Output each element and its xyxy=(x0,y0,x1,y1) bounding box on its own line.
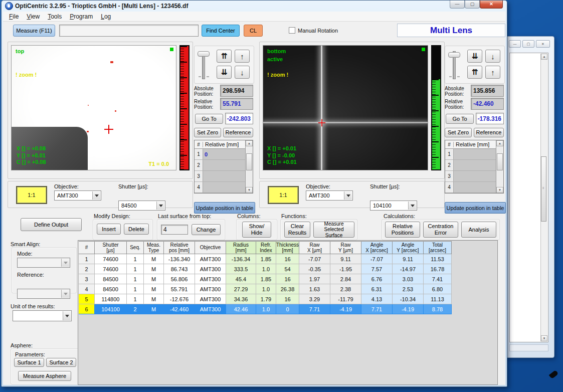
last-surface-field[interactable]: 4 xyxy=(161,225,188,235)
scale-1-1-button[interactable]: 1:1 xyxy=(268,186,299,204)
slider-handle[interactable] xyxy=(448,52,460,58)
left-camera-view[interactable]: top ! zoom ! X [] = +0.08 Y [] = +0.01 C… xyxy=(11,45,176,170)
delete-button[interactable]: Delete xyxy=(124,224,149,235)
dropdown-arrow-icon[interactable] xyxy=(61,259,69,267)
surface-1-button[interactable]: Surface 1 xyxy=(14,358,44,367)
cell: 4.13 xyxy=(361,294,393,304)
cell: -7.07 xyxy=(361,254,393,264)
insert-button[interactable]: Insert xyxy=(97,224,121,235)
centration-error-button[interactable]: Centration Error xyxy=(423,222,458,238)
surface-2-button[interactable]: Surface 2 xyxy=(46,358,76,367)
scroll-up-icon[interactable]: ▲ xyxy=(496,140,503,146)
define-output-button[interactable]: Define Output xyxy=(21,218,82,231)
reference-select[interactable] xyxy=(17,289,70,299)
cell: 0 xyxy=(276,304,299,314)
scroll-down-icon[interactable]: ▼ xyxy=(496,187,503,193)
relative-positions-button[interactable]: Relative Positions xyxy=(385,222,420,238)
dropdown-arrow-icon[interactable] xyxy=(61,290,69,298)
move-down-fast-button[interactable]: ⇊ xyxy=(217,66,232,79)
set-zero-button[interactable]: Set Zero xyxy=(194,128,221,137)
result-row-6[interactable]: 61041002M-42.460AMT30042.461.007.71-4.19… xyxy=(79,304,497,314)
scrollbar-thumb[interactable] xyxy=(246,153,252,170)
minimize-icon[interactable]: — xyxy=(509,40,521,48)
position-row[interactable]: 3 xyxy=(445,171,496,182)
column-header: Radius [mm] xyxy=(226,241,256,254)
cell: 11.53 xyxy=(424,254,452,264)
position-row[interactable]: 2 xyxy=(445,160,496,171)
intensity-bar-green xyxy=(431,45,441,170)
go-to-button[interactable]: Go To xyxy=(446,114,474,124)
coordinate-readout: X [] = +0.01 Y [] = -0.00 C [] = +0.01 xyxy=(267,145,297,166)
reference-button[interactable]: Reference xyxy=(474,128,504,137)
slider-handle[interactable] xyxy=(198,51,210,57)
go-to-field[interactable]: -242.803 xyxy=(225,113,253,124)
analysis-button[interactable]: Analysis xyxy=(461,222,496,238)
position-row[interactable]: 4 xyxy=(445,182,496,193)
dropdown-arrow-icon[interactable] xyxy=(408,202,416,210)
scroll-up-icon[interactable]: ▲ xyxy=(246,140,253,146)
change-button[interactable]: Change xyxy=(192,224,221,235)
result-row-2[interactable]: 2746001M86.743AMT300333.51.054-0.35-1.95… xyxy=(79,264,497,274)
column-header: Angle Y [arcsec] xyxy=(393,241,424,254)
dropdown-arrow-icon[interactable] xyxy=(156,202,164,210)
right-camera-view[interactable]: bottom active ! zoom ! X [] = +0.01 Y []… xyxy=(263,45,428,170)
position-row[interactable]: 1 xyxy=(445,149,496,160)
scroll-down-icon[interactable]: ▼ xyxy=(246,187,253,193)
cell: 104100 xyxy=(95,304,127,314)
background-window: — ▢ ✕ ▲ ≡ ▼ xyxy=(505,36,554,358)
close-icon[interactable]: ✕ xyxy=(536,40,550,48)
move-down-button[interactable]: ↓ xyxy=(485,50,500,63)
scroll-down-icon[interactable]: ▼ xyxy=(541,335,547,341)
measure-button[interactable]: Measure (F11) xyxy=(13,25,55,37)
objective-select[interactable]: AMT300 xyxy=(306,190,353,201)
set-zero-button[interactable]: Set Zero xyxy=(445,128,472,137)
menu-item-tools[interactable]: Tools xyxy=(44,12,66,21)
position-row[interactable]: 3 xyxy=(195,171,245,182)
dropdown-arrow-icon[interactable] xyxy=(92,191,100,200)
shutter-select[interactable]: 84500 xyxy=(118,201,165,211)
menu-item-view[interactable]: View xyxy=(23,12,44,21)
col-relative: Relative [mm] xyxy=(454,141,496,147)
menu-item-log[interactable]: Log xyxy=(97,12,115,21)
jog-panel: ⇊ ↓ ⇈ ↑ xyxy=(445,46,505,84)
move-down-fast-button[interactable]: ⇊ xyxy=(467,50,482,63)
position-row[interactable]: 4 xyxy=(195,182,245,193)
objective-select[interactable]: AMT300 xyxy=(54,190,101,201)
shutter-select[interactable]: 104100 xyxy=(370,201,417,211)
dropdown-arrow-icon[interactable] xyxy=(344,191,352,200)
mode-select[interactable] xyxy=(17,258,70,268)
reference-button[interactable]: Reference xyxy=(223,128,253,137)
move-up-button[interactable]: ↑ xyxy=(485,66,500,79)
restore-icon[interactable]: ▢ xyxy=(522,40,534,48)
dropdown-arrow-icon[interactable] xyxy=(63,311,71,320)
result-row-5[interactable]: 51148001M-12.676AMT30034.361.79163.29-11… xyxy=(79,294,497,304)
position-table-scrollbar[interactable]: ▲ ▼ xyxy=(496,140,503,193)
move-up-button[interactable]: ↑ xyxy=(235,50,250,63)
scroll-up-icon[interactable]: ▲ xyxy=(541,54,547,60)
result-row-1[interactable]: 1746001M-136.340AMT300-136.341.8516-7.07… xyxy=(79,254,497,264)
show-hide-button[interactable]: Show/ Hide xyxy=(242,222,271,238)
cell: -1.95 xyxy=(330,264,361,274)
scrollbar-thumb[interactable] xyxy=(497,153,503,170)
manual-rotation-checkbox[interactable] xyxy=(289,27,295,34)
cell: 56.806 xyxy=(164,274,195,284)
position-row[interactable]: 10 xyxy=(195,149,245,160)
menu-item-file[interactable]: File xyxy=(5,12,23,21)
move-up-fast-button[interactable]: ⇈ xyxy=(217,50,232,63)
unit-select[interactable] xyxy=(13,310,72,321)
clear-results-button[interactable]: Clear Results xyxy=(284,222,310,238)
go-to-field[interactable]: -178.316 xyxy=(476,113,504,124)
position-row[interactable]: 2 xyxy=(195,160,245,171)
position-table-scrollbar[interactable]: ▲ ▼ xyxy=(245,140,253,193)
scale-1-1-button[interactable]: 1:1 xyxy=(16,186,47,204)
cell: 16.78 xyxy=(424,264,452,274)
measure-selected-surface-button[interactable]: Measure Selected Surface xyxy=(313,222,354,238)
measure-asphere-button[interactable]: Measure Asphere xyxy=(18,371,71,381)
menu-item-program[interactable]: Program xyxy=(66,12,97,21)
result-row-4[interactable]: 4845001M55.791AMT30027.291.026.381.632.3… xyxy=(79,284,497,294)
go-to-button[interactable]: Go To xyxy=(195,114,223,124)
result-row-3[interactable]: 3845001M56.806AMT30045.41.85161.972.846.… xyxy=(79,274,497,284)
scrollbar[interactable]: ▲ ≡ ▼ xyxy=(540,54,547,341)
move-up-fast-button[interactable]: ⇈ xyxy=(467,66,482,79)
move-down-button[interactable]: ↓ xyxy=(235,66,250,79)
